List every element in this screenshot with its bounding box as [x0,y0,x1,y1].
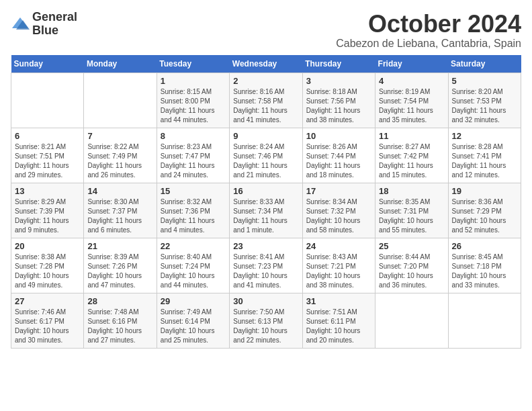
calendar-cell: 2Sunrise: 8:16 AMSunset: 7:58 PMDaylight… [230,73,302,128]
day-number: 21 [87,241,152,251]
title-area: October 2024 Cabezon de Liebana, Cantabr… [336,11,521,50]
day-info: Sunrise: 8:36 AMSunset: 7:29 PMDaylight:… [452,197,517,235]
day-info: Sunrise: 8:44 AMSunset: 7:20 PMDaylight:… [379,253,444,290]
location-title: Cabezon de Liebana, Cantabria, Spain [336,38,521,50]
day-info: Sunrise: 8:39 AMSunset: 7:26 PMDaylight:… [87,253,152,290]
day-number: 7 [87,131,152,141]
day-number: 5 [452,76,517,86]
day-number: 23 [233,241,298,251]
day-info: Sunrise: 7:49 AMSunset: 6:14 PMDaylight:… [161,308,226,345]
day-number: 11 [379,131,444,141]
calendar-cell: 21Sunrise: 8:39 AMSunset: 7:26 PMDayligh… [84,238,157,293]
day-info: Sunrise: 8:15 AMSunset: 8:00 PMDaylight:… [161,87,226,125]
day-of-week-header: Saturday [448,55,521,73]
day-info: Sunrise: 8:23 AMSunset: 7:47 PMDaylight:… [161,142,226,180]
day-number: 20 [15,241,80,251]
day-number: 8 [161,131,226,141]
day-number: 10 [306,131,371,141]
day-number: 15 [161,186,226,196]
day-number: 22 [161,241,226,251]
calendar-cell: 11Sunrise: 8:27 AMSunset: 7:42 PMDayligh… [375,128,448,183]
day-info: Sunrise: 8:45 AMSunset: 7:18 PMDaylight:… [452,253,517,290]
day-number: 19 [452,186,517,196]
day-number: 30 [233,296,298,306]
calendar-cell: 30Sunrise: 7:50 AMSunset: 6:13 PMDayligh… [230,293,302,348]
calendar-cell [11,73,84,128]
day-info: Sunrise: 8:28 AMSunset: 7:41 PMDaylight:… [452,142,517,180]
calendar-cell: 6Sunrise: 8:21 AMSunset: 7:51 PMDaylight… [11,128,84,183]
calendar-cell: 1Sunrise: 8:15 AMSunset: 8:00 PMDaylight… [157,73,229,128]
day-number: 26 [452,241,517,251]
calendar-cell: 18Sunrise: 8:35 AMSunset: 7:31 PMDayligh… [375,183,448,238]
day-info: Sunrise: 8:43 AMSunset: 7:21 PMDaylight:… [306,253,371,290]
day-info: Sunrise: 8:32 AMSunset: 7:36 PMDaylight:… [161,197,226,235]
day-number: 29 [161,296,226,306]
calendar-cell: 5Sunrise: 8:20 AMSunset: 7:53 PMDaylight… [448,73,521,128]
day-number: 17 [306,186,371,196]
day-info: Sunrise: 7:46 AMSunset: 6:17 PMDaylight:… [15,308,80,345]
calendar-table: SundayMondayTuesdayWednesdayThursdayFrid… [11,55,521,349]
day-of-week-header: Wednesday [230,55,302,73]
day-number: 2 [233,76,298,86]
day-number: 1 [161,76,226,86]
month-title: October 2024 [336,11,521,38]
day-of-week-header: Tuesday [157,55,229,73]
calendar-cell: 17Sunrise: 8:34 AMSunset: 7:32 PMDayligh… [302,183,375,238]
logo: General Blue [11,11,77,38]
day-number: 18 [379,186,444,196]
day-info: Sunrise: 8:41 AMSunset: 7:23 PMDaylight:… [233,253,298,290]
day-number: 16 [233,186,298,196]
calendar-cell: 8Sunrise: 8:23 AMSunset: 7:47 PMDaylight… [157,128,229,183]
day-info: Sunrise: 8:30 AMSunset: 7:37 PMDaylight:… [87,197,152,235]
calendar-cell: 22Sunrise: 8:40 AMSunset: 7:24 PMDayligh… [157,238,229,293]
day-info: Sunrise: 8:22 AMSunset: 7:49 PMDaylight:… [87,142,152,180]
calendar-cell: 7Sunrise: 8:22 AMSunset: 7:49 PMDaylight… [84,128,157,183]
calendar-cell: 12Sunrise: 8:28 AMSunset: 7:41 PMDayligh… [448,128,521,183]
day-info: Sunrise: 7:51 AMSunset: 6:11 PMDaylight:… [306,308,371,345]
calendar-cell: 16Sunrise: 8:33 AMSunset: 7:34 PMDayligh… [230,183,302,238]
day-info: Sunrise: 7:50 AMSunset: 6:13 PMDaylight:… [233,308,298,345]
day-number: 3 [306,76,371,86]
day-of-week-header: Friday [375,55,448,73]
calendar-cell [448,293,521,348]
day-number: 9 [233,131,298,141]
calendar-cell: 14Sunrise: 8:30 AMSunset: 7:37 PMDayligh… [84,183,157,238]
calendar-cell: 3Sunrise: 8:18 AMSunset: 7:56 PMDaylight… [302,73,375,128]
day-info: Sunrise: 8:20 AMSunset: 7:53 PMDaylight:… [452,87,517,125]
calendar-cell: 31Sunrise: 7:51 AMSunset: 6:11 PMDayligh… [302,293,375,348]
day-info: Sunrise: 8:19 AMSunset: 7:54 PMDaylight:… [379,87,444,125]
day-number: 14 [87,186,152,196]
day-info: Sunrise: 8:16 AMSunset: 7:58 PMDaylight:… [233,87,298,125]
calendar-cell: 20Sunrise: 8:38 AMSunset: 7:28 PMDayligh… [11,238,84,293]
day-info: Sunrise: 8:38 AMSunset: 7:28 PMDaylight:… [15,253,80,290]
calendar-cell [84,73,157,128]
day-info: Sunrise: 8:33 AMSunset: 7:34 PMDaylight:… [233,197,298,235]
logo-icon [11,15,30,34]
day-info: Sunrise: 8:26 AMSunset: 7:44 PMDaylight:… [306,142,371,180]
day-of-week-header: Monday [84,55,157,73]
calendar-cell: 26Sunrise: 8:45 AMSunset: 7:18 PMDayligh… [448,238,521,293]
day-number: 13 [15,186,80,196]
day-info: Sunrise: 8:34 AMSunset: 7:32 PMDaylight:… [306,197,371,235]
calendar-cell: 24Sunrise: 8:43 AMSunset: 7:21 PMDayligh… [302,238,375,293]
day-number: 31 [306,296,371,306]
calendar-cell: 23Sunrise: 8:41 AMSunset: 7:23 PMDayligh… [230,238,302,293]
calendar-cell [375,293,448,348]
calendar-cell: 15Sunrise: 8:32 AMSunset: 7:36 PMDayligh… [157,183,229,238]
day-info: Sunrise: 8:18 AMSunset: 7:56 PMDaylight:… [306,87,371,125]
page-header: General Blue October 2024 Cabezon de Lie… [11,11,521,50]
day-info: Sunrise: 8:29 AMSunset: 7:39 PMDaylight:… [15,197,80,235]
calendar-cell: 29Sunrise: 7:49 AMSunset: 6:14 PMDayligh… [157,293,229,348]
calendar-cell: 10Sunrise: 8:26 AMSunset: 7:44 PMDayligh… [302,128,375,183]
day-number: 25 [379,241,444,251]
day-number: 4 [379,76,444,86]
day-info: Sunrise: 8:40 AMSunset: 7:24 PMDaylight:… [161,253,226,290]
day-number: 12 [452,131,517,141]
logo-text: General Blue [32,11,77,38]
day-info: Sunrise: 8:24 AMSunset: 7:46 PMDaylight:… [233,142,298,180]
day-info: Sunrise: 8:35 AMSunset: 7:31 PMDaylight:… [379,197,444,235]
calendar-cell: 28Sunrise: 7:48 AMSunset: 6:16 PMDayligh… [84,293,157,348]
day-info: Sunrise: 8:21 AMSunset: 7:51 PMDaylight:… [15,142,80,180]
calendar-cell: 19Sunrise: 8:36 AMSunset: 7:29 PMDayligh… [448,183,521,238]
calendar-cell: 13Sunrise: 8:29 AMSunset: 7:39 PMDayligh… [11,183,84,238]
